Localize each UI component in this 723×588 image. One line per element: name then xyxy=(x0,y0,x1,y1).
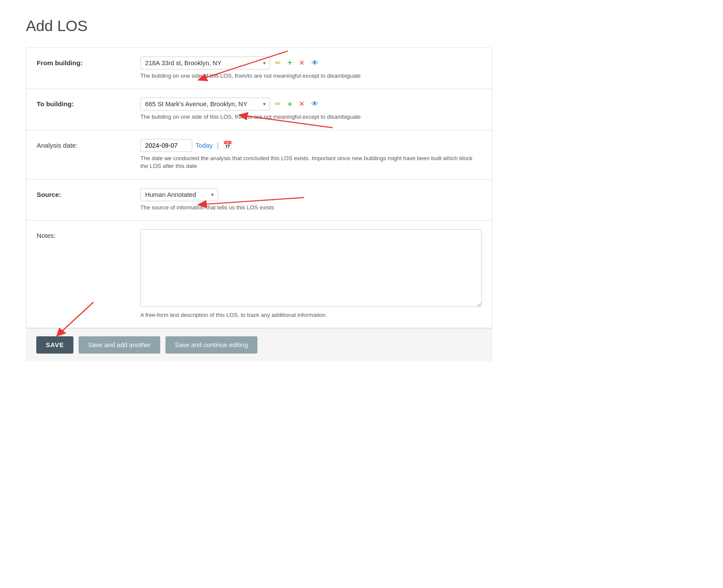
from-building-add-button[interactable]: + xyxy=(286,58,294,68)
analysis-date-label: Analysis date: xyxy=(37,139,132,149)
notes-field: A free-form text description of this LOS… xyxy=(140,229,482,319)
to-building-view-button[interactable]: 👁 xyxy=(310,100,320,108)
from-building-edit-button[interactable]: ✏ xyxy=(273,59,282,67)
analysis-date-row: Analysis date: Today | 📅 The date we con… xyxy=(26,130,492,180)
to-building-select[interactable]: 665 St Mark's Avenue, Brooklyn, NY xyxy=(140,98,270,111)
from-building-label: From building: xyxy=(37,57,132,66)
source-controls: Human Annotated Automated Unknown ▾ xyxy=(140,188,482,201)
analysis-date-controls: Today | 📅 xyxy=(140,139,482,152)
today-link[interactable]: Today xyxy=(196,142,212,149)
source-row: Source: Human Annotated Automated Unknow… xyxy=(26,180,492,221)
to-building-controls: 665 St Mark's Avenue, Brooklyn, NY ▾ ✏ +… xyxy=(140,98,482,111)
from-building-select[interactable]: 218A 33rd st, Brooklyn, NY xyxy=(140,57,270,70)
save-add-button[interactable]: Save and add another xyxy=(79,336,160,354)
source-label: Source: xyxy=(37,188,132,198)
calendar-icon[interactable]: 📅 xyxy=(223,141,232,150)
from-building-field: 218A 33rd st, Brooklyn, NY ▾ ✏ + ✕ 👁 The… xyxy=(140,57,482,80)
notes-help: A free-form text description of this LOS… xyxy=(140,311,482,319)
analysis-date-field: Today | 📅 The date we conducted the anal… xyxy=(140,139,482,171)
from-building-help: The building on one side of this LOS, fr… xyxy=(140,72,482,80)
analysis-date-input[interactable] xyxy=(140,139,192,152)
to-building-remove-button[interactable]: ✕ xyxy=(297,100,306,108)
source-select[interactable]: Human Annotated Automated Unknown xyxy=(140,188,218,201)
from-building-controls: 218A 33rd st, Brooklyn, NY ▾ ✏ + ✕ 👁 xyxy=(140,57,482,70)
to-building-help: The building on one side of this LOS, fr… xyxy=(140,113,482,121)
from-building-row: From building: 218A 33rd st, Brooklyn, N… xyxy=(26,48,492,89)
notes-label: Notes: xyxy=(37,229,132,239)
save-continue-button[interactable]: Save and continue editing xyxy=(165,336,257,354)
save-button[interactable]: SAVE xyxy=(36,336,73,354)
from-building-remove-button[interactable]: ✕ xyxy=(297,59,306,67)
form-fields: From building: 218A 33rd st, Brooklyn, N… xyxy=(26,47,492,328)
notes-textarea[interactable] xyxy=(140,229,482,307)
to-building-add-button[interactable]: + xyxy=(286,100,294,109)
from-building-select-wrapper: 218A 33rd st, Brooklyn, NY ▾ xyxy=(140,57,270,70)
analysis-date-help: The date we conducted the analysis that … xyxy=(140,155,482,171)
source-select-wrapper: Human Annotated Automated Unknown ▾ xyxy=(140,188,218,201)
to-building-row: To building: 665 St Mark's Avenue, Brook… xyxy=(26,89,492,130)
to-building-select-wrapper: 665 St Mark's Avenue, Brooklyn, NY ▾ xyxy=(140,98,270,111)
page-wrapper: Add LOS From building: 218A 33rd st, Bro… xyxy=(26,17,492,361)
button-bar: SAVE Save and add another Save and conti… xyxy=(26,328,492,361)
source-help: The source of information that tells us … xyxy=(140,204,482,212)
pipe-separator: | xyxy=(217,142,219,149)
source-field: Human Annotated Automated Unknown ▾ The … xyxy=(140,188,482,212)
to-building-label: To building: xyxy=(37,98,132,107)
page-title: Add LOS xyxy=(26,17,492,35)
notes-row: Notes: A free-form text description of t… xyxy=(26,221,492,328)
to-building-edit-button[interactable]: ✏ xyxy=(273,100,282,108)
to-building-field: 665 St Mark's Avenue, Brooklyn, NY ▾ ✏ +… xyxy=(140,98,482,121)
form-container: From building: 218A 33rd st, Brooklyn, N… xyxy=(26,47,492,361)
from-building-view-button[interactable]: 👁 xyxy=(310,59,320,67)
